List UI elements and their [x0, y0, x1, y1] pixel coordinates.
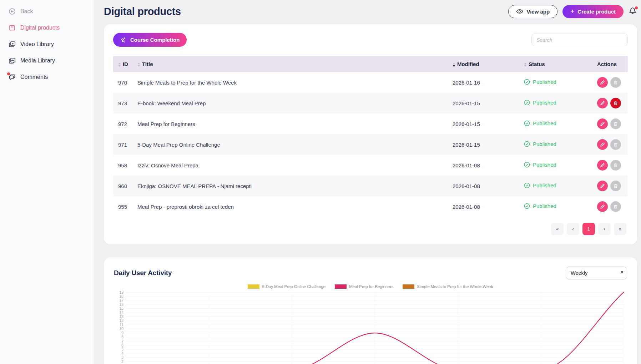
svg-text:11: 11 — [120, 323, 123, 327]
status-badge: Published — [533, 162, 556, 168]
svg-text:2: 2 — [121, 359, 123, 364]
period-select[interactable]: Weekly — [566, 267, 627, 279]
svg-text:12: 12 — [119, 318, 123, 323]
cell-status: Published — [520, 196, 594, 217]
pagination-page-button[interactable]: 1 — [582, 223, 595, 235]
check-circle-icon — [524, 120, 530, 126]
svg-text:18: 18 — [119, 294, 123, 298]
activity-chart: 01234567891011121314151617181913-0114-01… — [113, 289, 628, 364]
delete-button[interactable] — [610, 98, 621, 108]
table-row: 970Simple Meals to Prep for the Whole We… — [113, 72, 628, 93]
cell-modified: 2026-01-15 — [449, 134, 520, 155]
edit-button[interactable] — [597, 98, 608, 108]
create-product-button[interactable]: + Create product — [562, 5, 624, 18]
legend-item[interactable]: Meal Prep for Beginners — [335, 284, 393, 289]
sort-desc-icon: ▲▼ — [453, 62, 455, 67]
status-badge: Published — [533, 120, 556, 126]
activity-header: Daily User Activity Weekly ▾ — [114, 267, 627, 279]
edit-button[interactable] — [597, 139, 608, 150]
comments-notification-dot — [7, 72, 10, 75]
svg-text:14: 14 — [119, 310, 123, 315]
pencil-icon — [600, 204, 605, 209]
cell-modified: 2026-01-16 — [449, 72, 520, 93]
delete-button[interactable] — [610, 201, 621, 212]
pagination-next-button[interactable]: › — [598, 223, 611, 235]
svg-text:13: 13 — [119, 314, 123, 319]
delete-button[interactable] — [610, 77, 621, 88]
delete-button[interactable] — [610, 181, 621, 191]
check-circle-icon — [524, 182, 530, 188]
chart-search-icon — [120, 36, 127, 43]
pencil-icon — [600, 101, 605, 106]
comments-icon — [9, 74, 16, 81]
cell-id: 973 — [113, 93, 134, 113]
cell-id: 955 — [113, 196, 134, 217]
course-completion-label: Course Completion — [130, 37, 180, 43]
column-header-status[interactable]: ▲▼Status — [520, 56, 594, 72]
cell-actions — [594, 93, 628, 113]
cell-title: E-book: Weekend Meal Prep — [134, 93, 449, 113]
svg-text:8: 8 — [121, 335, 123, 339]
cell-actions — [594, 176, 628, 196]
edit-button[interactable] — [597, 118, 608, 129]
table-row: 955Meal Prep - preprosti obroki za cel t… — [113, 196, 628, 217]
sidebar-item-comments[interactable]: Comments — [6, 70, 94, 84]
sidebar-item-label: Media Library — [20, 57, 55, 64]
edit-button[interactable] — [597, 201, 608, 212]
page-title: Digital products — [104, 6, 181, 17]
sidebar-item-media-library[interactable]: Media Library — [6, 54, 94, 68]
column-header-title[interactable]: ▲▼Title — [134, 56, 449, 72]
column-header-id[interactable]: ▲▼ID — [113, 56, 134, 72]
sidebar-item-video-library[interactable]: Video Library — [6, 37, 94, 51]
legend-item[interactable]: Simple Meals to Prep for the Whole Week — [403, 284, 493, 289]
cell-actions — [594, 155, 628, 176]
sidebar-item-digital-products[interactable]: Digital products — [6, 21, 94, 35]
pencil-icon — [600, 121, 605, 126]
sidebar-item-back[interactable]: Back — [6, 4, 94, 19]
package-icon — [9, 24, 16, 31]
products-table: ▲▼ID ▲▼Title ▲▼Modified ▲▼Status Actions — [113, 56, 628, 217]
create-product-label: Create product — [577, 9, 616, 15]
delete-button[interactable] — [610, 139, 621, 150]
activity-card: Daily User Activity Weekly ▾ 5-Day Meal … — [104, 257, 637, 364]
pagination: « ‹ 1 › » — [113, 223, 626, 235]
svg-text:15: 15 — [119, 306, 123, 310]
delete-button[interactable] — [610, 160, 621, 171]
cell-status: Published — [520, 176, 594, 196]
activity-title: Daily User Activity — [114, 269, 172, 277]
delete-button[interactable] — [610, 118, 621, 129]
trash-icon — [613, 204, 618, 209]
course-completion-button[interactable]: Course Completion — [113, 33, 187, 47]
legend-swatch — [248, 284, 259, 289]
svg-text:9: 9 — [121, 331, 123, 335]
cell-actions — [594, 196, 628, 217]
cell-title: Meal Prep for Beginners — [134, 113, 449, 134]
search-input[interactable] — [531, 34, 628, 46]
pagination-first-button[interactable]: « — [551, 223, 564, 235]
cell-modified: 2026-01-08 — [449, 155, 520, 176]
trash-icon — [613, 142, 618, 147]
status-badge: Published — [533, 79, 556, 85]
cell-status: Published — [520, 93, 594, 113]
column-header-modified[interactable]: ▲▼Modified — [449, 56, 520, 72]
legend-item[interactable]: 5-Day Meal Prep Online Challenge — [248, 284, 325, 289]
edit-button[interactable] — [597, 181, 608, 191]
notifications-bell-icon[interactable] — [629, 7, 637, 16]
trash-icon — [613, 80, 618, 85]
table-row: 973E-book: Weekend Meal Prep2026-01-15Pu… — [113, 93, 628, 113]
cell-title: Izziv: Osnove Meal Prepa — [134, 155, 449, 176]
svg-text:3: 3 — [121, 355, 123, 359]
legend-label: 5-Day Meal Prep Online Challenge — [262, 284, 325, 289]
edit-button[interactable] — [597, 77, 608, 88]
cell-modified: 2026-01-15 — [449, 113, 520, 134]
edit-button[interactable] — [597, 160, 608, 171]
view-app-button[interactable]: View app — [508, 5, 557, 18]
sort-icon: ▲▼ — [118, 62, 121, 67]
status-badge: Published — [533, 182, 556, 188]
cell-id: 960 — [113, 176, 134, 196]
pagination-last-button[interactable]: » — [614, 223, 626, 235]
cell-id: 958 — [113, 155, 134, 176]
pagination-prev-button[interactable]: ‹ — [567, 223, 579, 235]
svg-text:10: 10 — [119, 327, 123, 331]
svg-text:16: 16 — [119, 302, 123, 307]
